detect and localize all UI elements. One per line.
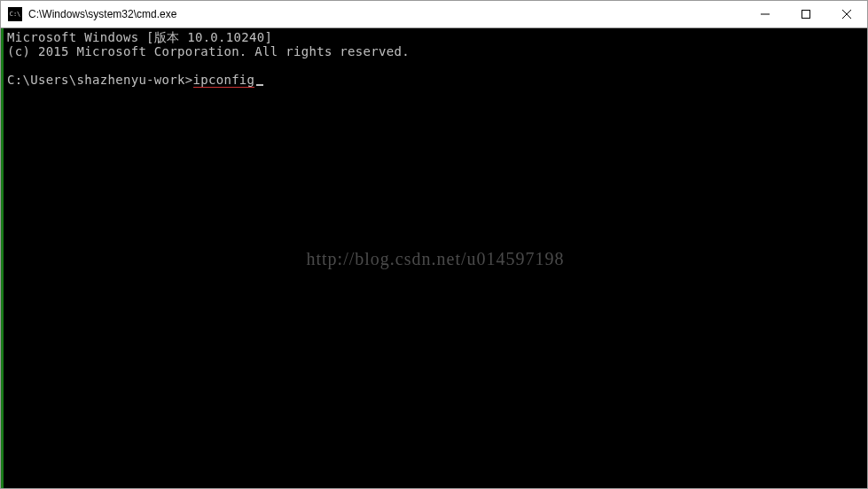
maximize-icon [802,10,810,19]
minimize-icon [761,10,770,19]
terminal-cursor [256,84,263,86]
cmd-icon [8,7,22,21]
terminal-line-version: Microsoft Windows [版本 10.0.10240] [7,30,864,44]
svg-rect-1 [802,11,810,19]
terminal-blank-line [7,58,864,73]
terminal-line-copyright: (c) 2015 Microsoft Corporation. All righ… [7,44,864,58]
minimize-button[interactable] [745,1,786,27]
maximize-button[interactable] [786,1,826,27]
window-controls [745,1,867,27]
terminal-area[interactable]: Microsoft Windows [版本 10.0.10240] (c) 20… [1,28,867,488]
terminal-prompt-line: C:\Users\shazhenyu-work>ipconfig [7,73,864,87]
terminal-prompt: C:\Users\shazhenyu-work> [7,73,193,87]
close-button[interactable] [826,1,867,27]
window-titlebar: C:\Windows\system32\cmd.exe [1,1,867,28]
watermark-text: http://blog.csdn.net/u014597198 [307,252,565,266]
close-icon [842,10,851,19]
window-title: C:\Windows\system32\cmd.exe [28,8,745,20]
terminal-command: ipconfig [193,73,255,88]
